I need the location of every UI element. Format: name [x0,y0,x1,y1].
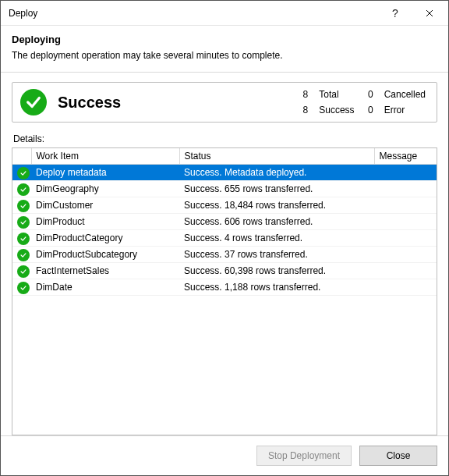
header-heading: Deploying [12,34,437,45]
row-status: Success. 1,188 rows transferred. [179,279,374,296]
row-status: Success. 37 rows transferred. [179,247,374,263]
table-row[interactable]: Deploy metadataSuccess. Metadata deploye… [12,165,437,181]
check-icon [17,282,30,294]
col-message[interactable]: Message [374,148,437,165]
stat-total-label: Total [319,89,354,100]
stat-error-label: Error [384,105,426,115]
details-table-wrap: Work Item Status Message Deploy metadata… [12,147,437,435]
row-status-icon [12,165,31,181]
row-status-icon [12,197,31,214]
table-row[interactable]: DimProductSuccess. 606 rows transferred. [12,214,437,230]
row-status: Success. 18,484 rows transferred. [179,197,374,214]
stat-cancelled-label: Cancelled [384,89,426,100]
row-message [374,230,437,247]
summary-box: Success 8 Total 0 Cancelled 8 Success 0 … [12,82,437,123]
col-status[interactable]: Status [179,148,374,165]
stop-deployment-button: Stop Deployment [256,446,352,466]
row-work-item: DimProductSubcategory [31,247,179,263]
content-area: Success 8 Total 0 Cancelled 8 Success 0 … [1,73,448,435]
row-status: Success. 60,398 rows transferred. [179,263,374,279]
row-status-icon [12,247,31,263]
summary-stats: 8 Total 0 Cancelled 8 Success 0 Error [300,89,426,115]
stat-total-n: 8 [300,89,308,100]
close-button[interactable]: Close [359,446,437,466]
row-status-icon [12,230,31,247]
row-status-icon [12,181,31,197]
table-header-row: Work Item Status Message [12,148,437,165]
success-icon [20,89,47,115]
stat-cancelled-n: 0 [366,89,373,100]
row-message [374,263,437,279]
check-icon [17,265,30,278]
table-row[interactable]: DimGeographySuccess. 655 rows transferre… [12,181,437,197]
row-work-item: FactInternetSales [31,263,179,279]
window-title: Deploy [9,8,378,19]
row-status-icon [12,214,31,230]
row-message [374,181,437,197]
check-icon [17,233,30,245]
check-icon [17,200,30,212]
help-button[interactable]: ? [378,2,412,25]
stat-success-n: 8 [300,105,308,115]
row-status: Success. 655 rows transferred. [179,181,374,197]
stat-success-label: Success [319,105,354,115]
header-subtext: The deployment operation may take severa… [12,50,437,61]
row-work-item: DimProductCategory [31,230,179,247]
table-row[interactable]: DimProductSubcategorySuccess. 37 rows tr… [12,247,437,263]
deploy-dialog: Deploy ? Deploying The deployment operat… [0,0,449,476]
col-work-item[interactable]: Work Item [31,148,179,165]
details-label: Details: [13,133,436,144]
row-message [374,214,437,230]
table-row[interactable]: DimCustomerSuccess. 18,484 rows transfer… [12,197,437,214]
check-icon [17,216,30,229]
stat-error-n: 0 [366,105,373,115]
check-icon [17,183,30,196]
row-message [374,279,437,296]
titlebar: Deploy ? [1,1,448,26]
row-status: Success. 606 rows transferred. [179,214,374,230]
col-icon[interactable] [12,148,31,165]
details-table: Work Item Status Message Deploy metadata… [12,148,437,296]
row-work-item: DimGeography [31,181,179,197]
row-status: Success. 4 rows transferred. [179,230,374,247]
table-row[interactable]: FactInternetSalesSuccess. 60,398 rows tr… [12,263,437,279]
dialog-footer: Stop Deployment Close [1,435,448,475]
check-icon [17,249,30,261]
row-work-item: DimDate [31,279,179,296]
row-message [374,165,437,181]
row-work-item: Deploy metadata [31,165,179,181]
row-message [374,247,437,263]
close-window-button[interactable] [412,2,447,25]
table-row[interactable]: DimDateSuccess. 1,188 rows transferred. [12,279,437,296]
check-icon [17,167,30,179]
row-status: Success. Metadata deployed. [179,165,374,181]
row-work-item: DimProduct [31,214,179,230]
row-work-item: DimCustomer [31,197,179,214]
row-status-icon [12,279,31,296]
table-row[interactable]: DimProductCategorySuccess. 4 rows transf… [12,230,437,247]
header-block: Deploying The deployment operation may t… [1,26,448,73]
summary-status-word: Success [58,94,289,112]
row-message [374,197,437,214]
row-status-icon [12,263,31,279]
